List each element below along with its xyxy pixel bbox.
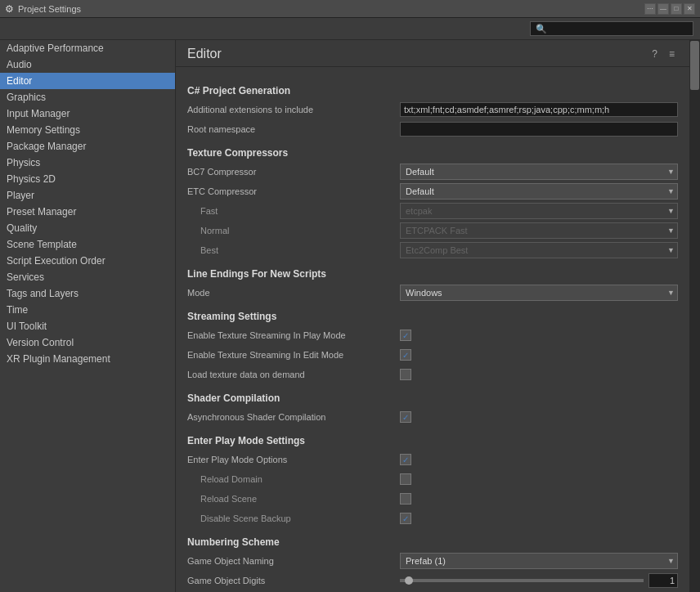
mode-dropdown[interactable]: Windows Unix OSX OS Native	[400, 285, 678, 301]
section-csharp-title: C# Project Generation	[187, 85, 678, 96]
game-object-digits-value[interactable]	[648, 573, 678, 588]
title-bar: ⚙ Project Settings ⋯ — □ ✕	[0, 0, 700, 18]
bc7-label: BC7 Compressor	[187, 167, 400, 177]
disable-backup-checkbox[interactable]	[400, 513, 411, 524]
load-on-demand-checkbox-wrap	[400, 369, 411, 380]
additional-extensions-input[interactable]	[400, 102, 678, 117]
reload-scene-checkbox-wrap	[400, 493, 411, 505]
field-disable-backup: Disable Scene Backup	[187, 510, 678, 527]
sidebar-item-script-execution-order[interactable]: Script Execution Order	[0, 253, 175, 269]
title-bar-menu-btn[interactable]: ⋯	[644, 3, 656, 15]
panel-help-btn[interactable]: ?	[648, 47, 661, 61]
sidebar-item-version-control[interactable]: Version Control	[0, 334, 175, 351]
edit-mode-streaming-label: Enable Texture Streaming In Edit Mode	[187, 350, 400, 360]
additional-extensions-label: Additional extensions to include	[187, 105, 400, 114]
field-reload-domain: Reload Domain	[187, 471, 678, 487]
async-shader-checkbox[interactable]	[400, 411, 411, 423]
async-shader-label: Asynchronous Shader Compilation	[187, 412, 400, 422]
sidebar-item-editor[interactable]: Editor	[0, 73, 175, 89]
sidebar-item-ui-toolkit[interactable]: UI Toolkit	[0, 318, 175, 334]
field-reload-scene: Reload Scene	[187, 491, 678, 507]
normal-dropdown-wrap: ETCPACK Fast ▼	[400, 222, 678, 239]
sidebar-item-memory-settings[interactable]: Memory Settings	[0, 122, 175, 138]
etc-dropdown[interactable]: Default	[400, 183, 678, 200]
sidebar-item-input-manager[interactable]: Input Manager	[0, 105, 175, 122]
search-input[interactable]	[530, 21, 693, 36]
game-object-naming-dropdown-wrap: Prefab (1) Prefab 1 ▼	[400, 553, 678, 569]
play-mode-streaming-label: Enable Texture Streaming In Play Mode	[187, 330, 400, 340]
normal-dropdown[interactable]: ETCPACK Fast	[400, 222, 678, 239]
sidebar-item-quality[interactable]: Quality	[0, 220, 175, 236]
title-bar-controls: ⋯ — □ ✕	[644, 3, 695, 15]
best-dropdown[interactable]: Etc2Comp Best	[400, 242, 678, 258]
mode-label: Mode	[187, 288, 400, 298]
sidebar-item-scene-template[interactable]: Scene Template	[0, 236, 175, 253]
root-namespace-label: Root namespace	[187, 124, 400, 134]
sidebar-item-package-manager[interactable]: Package Manager	[0, 138, 175, 155]
best-label: Best	[187, 245, 400, 255]
game-object-digits-slider[interactable]	[400, 579, 644, 582]
bc7-dropdown-wrap: Default ▼	[400, 164, 678, 180]
title-bar-minimize-btn[interactable]: —	[657, 3, 669, 15]
sidebar-item-graphics[interactable]: Graphics	[0, 89, 175, 105]
scrollbar-thumb[interactable]	[690, 41, 699, 90]
play-mode-streaming-checkbox[interactable]	[400, 330, 411, 341]
search-bar	[0, 18, 700, 40]
sidebar-item-time[interactable]: Time	[0, 302, 175, 318]
reload-scene-checkbox[interactable]	[400, 493, 411, 505]
reload-domain-checkbox[interactable]	[400, 473, 411, 485]
field-best: Best Etc2Comp Best ▼	[187, 242, 678, 258]
fast-dropdown[interactable]: etcpak	[400, 203, 678, 219]
game-object-digits-slider-row	[400, 573, 678, 588]
sidebar-item-tags-and-layers[interactable]: Tags and Layers	[0, 285, 175, 302]
sidebar-item-preset-manager[interactable]: Preset Manager	[0, 204, 175, 220]
content-area: Adaptive Performance Audio Editor Graphi…	[0, 40, 700, 592]
reload-domain-label: Reload Domain	[187, 474, 400, 484]
mode-dropdown-wrap: Windows Unix OSX OS Native ▼	[400, 285, 678, 301]
sidebar-item-physics-2d[interactable]: Physics 2D	[0, 171, 175, 187]
field-load-on-demand: Load texture data on demand	[187, 366, 678, 383]
play-mode-streaming-checkbox-wrap	[400, 330, 411, 341]
title-bar-title: Project Settings	[18, 4, 644, 14]
game-object-digits-label: Game Object Digits	[187, 576, 400, 585]
sidebar-item-xr-plugin-management[interactable]: XR Plugin Management	[0, 351, 175, 367]
etc-dropdown-wrap: Default ▼	[400, 183, 678, 200]
async-shader-checkbox-wrap	[400, 411, 411, 423]
play-mode-options-checkbox[interactable]	[400, 454, 411, 465]
play-mode-options-label: Enter Play Mode Options	[187, 455, 400, 464]
field-async-shader: Asynchronous Shader Compilation	[187, 409, 678, 425]
sidebar-item-physics[interactable]: Physics	[0, 155, 175, 171]
etc-label: ETC Compressor	[187, 186, 400, 196]
sidebar-item-adaptive-performance[interactable]: Adaptive Performance	[0, 40, 175, 56]
load-on-demand-label: Load texture data on demand	[187, 370, 400, 379]
load-on-demand-checkbox[interactable]	[400, 369, 411, 380]
field-fast: Fast etcpak ▼	[187, 203, 678, 219]
slider-thumb	[405, 576, 413, 585]
main-container: Adaptive Performance Audio Editor Graphi…	[0, 18, 700, 592]
sidebar-item-services[interactable]: Services	[0, 269, 175, 285]
section-numbering-title: Numbering Scheme	[187, 536, 678, 548]
main-panel: Editor ? ≡ C# Project Generation Additio…	[176, 40, 689, 592]
disable-backup-checkbox-wrap	[400, 513, 411, 524]
field-etc: ETC Compressor Default ▼	[187, 183, 678, 200]
title-bar-icon: ⚙	[5, 3, 14, 15]
sidebar-item-player[interactable]: Player	[0, 187, 175, 204]
reload-scene-label: Reload Scene	[187, 494, 400, 504]
field-normal: Normal ETCPACK Fast ▼	[187, 222, 678, 239]
scrollbar-track[interactable]	[689, 40, 700, 592]
fast-dropdown-wrap: etcpak ▼	[400, 203, 678, 219]
panel-content: C# Project Generation Additional extensi…	[176, 67, 689, 592]
bc7-dropdown[interactable]: Default	[400, 164, 678, 180]
panel-settings-btn[interactable]: ≡	[666, 47, 678, 61]
game-object-naming-dropdown[interactable]: Prefab (1) Prefab 1	[400, 553, 678, 569]
edit-mode-streaming-checkbox[interactable]	[400, 349, 411, 361]
title-bar-close-btn[interactable]: ✕	[684, 3, 695, 15]
root-namespace-input[interactable]	[400, 122, 678, 137]
field-edit-mode-streaming: Enable Texture Streaming In Edit Mode	[187, 347, 678, 363]
field-play-mode-streaming: Enable Texture Streaming In Play Mode	[187, 327, 678, 343]
sidebar-item-audio[interactable]: Audio	[0, 56, 175, 73]
field-additional-extensions: Additional extensions to include	[187, 101, 678, 118]
field-mode: Mode Windows Unix OSX OS Native ▼	[187, 285, 678, 301]
title-bar-maximize-btn[interactable]: □	[671, 3, 682, 15]
section-texture-title: Texture Compressors	[187, 147, 678, 159]
